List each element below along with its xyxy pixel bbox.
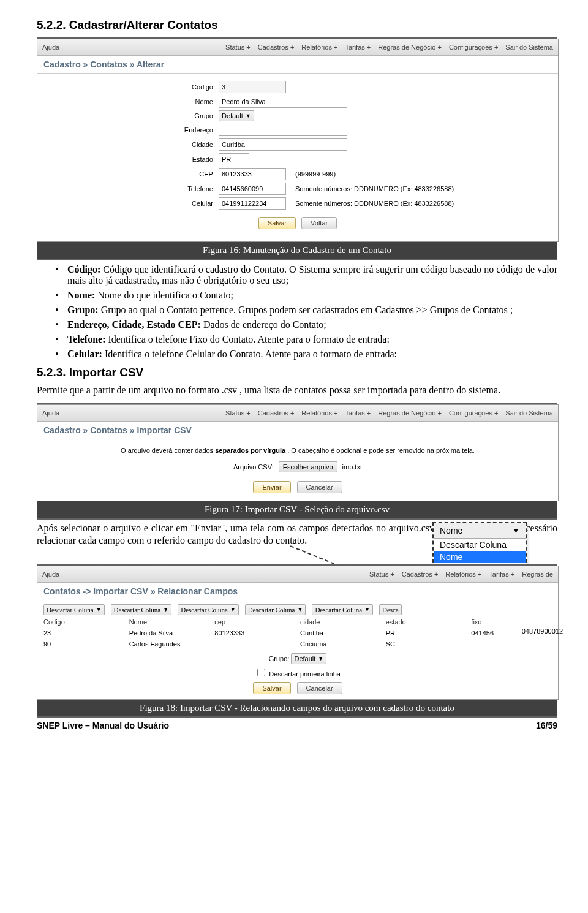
input-celular[interactable] — [219, 197, 286, 210]
hint-cep: (999999-999) — [286, 170, 336, 178]
input-nome[interactable] — [219, 96, 347, 108]
input-cidade[interactable] — [219, 138, 347, 151]
breadcrumb: Cadastro » Contatos » Alterar — [37, 56, 558, 74]
menu-item[interactable]: Status + — [225, 44, 251, 51]
list-item: Celular: Identifica o telefone Celular d… — [55, 349, 557, 360]
menu-item[interactable]: Status + — [369, 570, 394, 578]
cancelar-button[interactable]: Cancelar — [297, 682, 342, 694]
hint-telefone: Somente números: DDDNUMERO (Ex: 48332265… — [286, 185, 454, 192]
menu-item[interactable]: Cadastros + — [402, 570, 439, 578]
label-grupo: Grupo: — [269, 655, 290, 662]
menu-item[interactable]: Tarifas + — [345, 409, 371, 417]
menu-item[interactable]: Configurações + — [449, 44, 498, 51]
menu-item[interactable]: Cadastros + — [258, 409, 295, 417]
list-item: Grupo: Grupo ao qual o Contato pertence.… — [55, 305, 557, 316]
top-menu-bar: Ajuda Status + Cadastros + Relatórios + … — [37, 405, 558, 422]
page-footer: SNEP Livre – Manual do Usuário 16/59 — [37, 718, 557, 730]
breadcrumb: Cadastro » Contatos » Importar CSV — [37, 422, 558, 439]
input-codigo[interactable] — [219, 81, 286, 93]
discard-first-checkbox[interactable] — [257, 669, 265, 676]
hint-celular: Somente números: DDDNUMERO (Ex: 48332265… — [286, 200, 454, 207]
list-item: Nome: Nome do que identifica o Contato; — [55, 290, 557, 301]
label-cep: CEP: — [50, 170, 219, 178]
menu-ajuda[interactable]: Ajuda — [42, 570, 59, 578]
menu-item[interactable]: Sair do Sistema — [505, 44, 553, 51]
menu-item[interactable]: Regras de Negócio + — [378, 44, 442, 51]
menu-item[interactable]: Regras de Negócio + — [378, 409, 442, 417]
column-select[interactable]: Desca — [379, 604, 402, 615]
top-menu-bar: Ajuda Status + Cadastros + Relatórios + … — [37, 566, 558, 583]
menu-ajuda[interactable]: Ajuda — [42, 409, 59, 417]
menu-item[interactable]: Configurações + — [449, 409, 498, 417]
input-estado[interactable] — [219, 153, 249, 165]
menu-item[interactable]: Relatórios + — [301, 44, 337, 51]
menu-ajuda[interactable]: Ajuda — [42, 44, 59, 51]
footer-page: 16/59 — [536, 721, 557, 730]
menu-item[interactable]: Sair do Sistema — [505, 409, 553, 417]
label-cidade: Cidade: — [50, 141, 219, 148]
popup-item[interactable]: Nome — [434, 551, 526, 563]
app-window-alterar: Ajuda Status + Cadastros + Relatórios + … — [37, 39, 559, 242]
footer-title: SNEP Livre – Manual do Usuário — [37, 721, 169, 730]
menu-item[interactable]: Tarifas + — [489, 570, 514, 578]
label-arquivo: Arquivo CSV: — [233, 463, 274, 471]
label-codigo: Código: — [50, 83, 219, 91]
column-select[interactable]: Descartar Coluna▼ — [111, 604, 172, 615]
table-head: Codigo Nome cep cidade estado fixo — [37, 616, 558, 627]
list-item: Telefone: Identifica o telefone Fixo do … — [55, 334, 557, 345]
chevron-down-icon: ▼ — [246, 113, 251, 119]
label-endereco: Endereço: — [50, 126, 219, 134]
figure-caption-16: Figura 16: Manutenção do Cadastro de um … — [37, 242, 557, 259]
voltar-button[interactable]: Voltar — [301, 217, 337, 229]
bullet-list-1: Código: Código que identificará o cadast… — [55, 264, 557, 360]
top-menu-bar: Ajuda Status + Cadastros + Relatórios + … — [37, 39, 558, 56]
input-cep[interactable] — [219, 168, 286, 180]
label-celular: Celular: — [50, 200, 219, 207]
table-row: 90 Carlos Fagundes Criciuma SC 048789000… — [37, 638, 558, 650]
list-item: Código: Código que identificará o cadast… — [55, 264, 557, 286]
label-telefone: Telefone: — [50, 185, 219, 192]
paragraph-importar: Permite que a partir de um arquivo no fo… — [37, 384, 557, 396]
select-grupo[interactable]: Default▼ — [219, 110, 254, 121]
table-row: 23 Pedro da Silva 80123333 Curitiba PR 0… — [37, 627, 558, 638]
figure-caption-18: Figura 18: Importar CSV - Relacionando c… — [37, 700, 557, 716]
section-heading-2: 5.2.3. Importar CSV — [37, 366, 557, 379]
menu-item[interactable]: Status + — [225, 409, 251, 417]
column-select[interactable]: Descartar Coluna▼ — [178, 604, 239, 615]
salvar-button[interactable]: Salvar — [253, 682, 290, 694]
menu-item[interactable]: Relatórios + — [301, 409, 337, 417]
cancelar-button[interactable]: Cancelar — [297, 481, 342, 493]
section-heading-1: 5.2.2. Cadastrar/Alterar Contatos — [37, 18, 557, 32]
menu-item[interactable]: Tarifas + — [345, 44, 371, 51]
overflow-text: 04878900012 — [522, 627, 563, 635]
app-window-relacionar: Ajuda Status + Cadastros + Relatórios + … — [37, 566, 559, 700]
label-estado: Estado: — [50, 156, 219, 163]
column-select[interactable]: Descartar Coluna▼ — [245, 604, 306, 615]
popup-item[interactable]: Descartar Coluna — [434, 539, 526, 551]
enviar-button[interactable]: Enviar — [253, 481, 290, 493]
breadcrumb: Contatos -> Importar CSV » Relacionar Ca… — [37, 583, 558, 600]
column-select[interactable]: Descartar Coluna▼ — [43, 604, 105, 615]
figure-caption-17: Figura 17: Importar CSV - Seleção do arq… — [37, 501, 557, 518]
figure-17-wrapper: Ajuda Status + Cadastros + Relatórios + … — [37, 403, 557, 520]
label-discard-first: Descartar primeira linha — [269, 670, 341, 678]
app-window-importar: Ajuda Status + Cadastros + Relatórios + … — [37, 404, 559, 501]
input-endereco[interactable] — [219, 124, 347, 136]
figure-16-wrapper: Ajuda Status + Cadastros + Relatórios + … — [37, 37, 557, 260]
menu-item[interactable]: Relatórios + — [445, 570, 481, 578]
list-item: Endereço, Cidade, Estado CEP: Dados de e… — [55, 319, 557, 330]
label-grupo: Grupo: — [50, 112, 219, 119]
form-area: Código: Nome: Grupo: Default▼ Endereço: … — [37, 74, 558, 241]
choose-file-button[interactable]: Escolher arquivo — [279, 461, 337, 472]
salvar-button[interactable]: Salvar — [258, 217, 296, 229]
figure-18-wrapper: Ajuda Status + Cadastros + Relatórios + … — [37, 564, 557, 718]
menu-item[interactable]: Cadastros + — [258, 44, 295, 51]
column-select[interactable]: Descartar Coluna▼ — [312, 604, 373, 615]
popup-header[interactable]: Nome▼ — [434, 523, 526, 539]
chevron-down-icon: ▼ — [513, 527, 519, 534]
menu-item[interactable]: Regras de — [522, 570, 553, 578]
input-telefone[interactable] — [219, 183, 286, 195]
label-nome: Nome: — [50, 98, 219, 105]
file-name: imp.txt — [342, 463, 362, 471]
select-grupo[interactable]: Default▼ — [291, 653, 326, 664]
